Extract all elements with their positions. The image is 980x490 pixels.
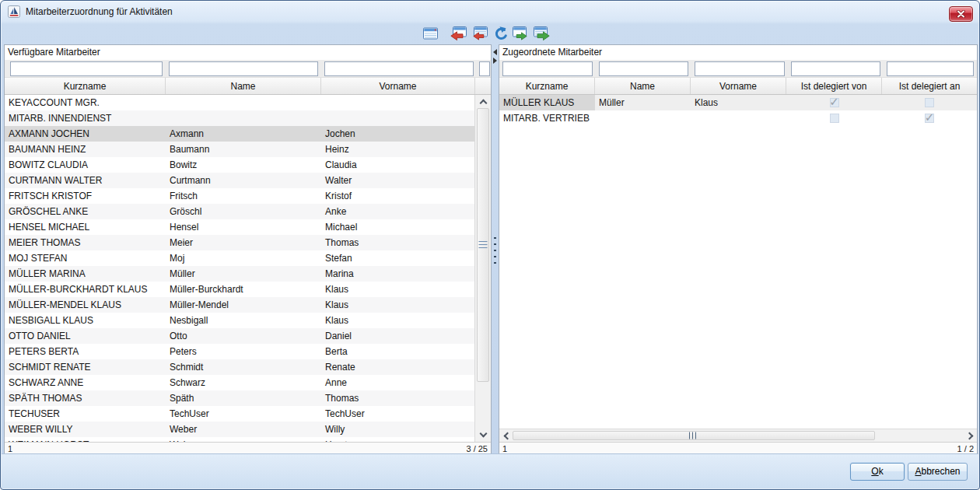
available-row[interactable]: WEBER WILLYWeberWilly <box>5 422 475 437</box>
filter-vorname-input[interactable] <box>695 61 785 76</box>
remove-all-assignments-button[interactable] <box>471 25 489 42</box>
cell-kurzname: MÜLLER-BURCKHARDT KLAUS <box>5 282 166 297</box>
available-row[interactable]: NESBIGALL KLAUSNesbigallKlaus <box>5 313 475 328</box>
available-row[interactable]: TECHUSERTechUserTechUser <box>5 406 475 422</box>
scrollbar-grip-icon <box>689 432 698 439</box>
column-header-vorname[interactable]: Vorname <box>321 78 475 94</box>
close-button[interactable] <box>949 6 973 22</box>
filter-vorname-input[interactable] <box>324 61 474 76</box>
checkbox[interactable] <box>925 98 934 107</box>
scroll-right-button[interactable] <box>964 429 977 442</box>
available-row[interactable]: MÜLLER MARINAMüllerMarina <box>5 266 475 282</box>
filter-scroll-corner-box[interactable] <box>479 61 490 76</box>
available-row[interactable]: GRÖSCHEL ANKEGröschlAnke <box>5 204 475 219</box>
checkbox[interactable] <box>830 114 839 123</box>
available-row[interactable]: MITARB. INNENDIENST <box>5 110 475 126</box>
scroll-up-button[interactable] <box>475 95 491 108</box>
titlebar[interactable]: Mitarbeiterzuordnung für Aktivitäten <box>1 1 979 23</box>
column-header-kurzname[interactable]: Kurzname <box>5 78 166 94</box>
cell-vorname: Claudia <box>321 157 475 173</box>
column-header-filler <box>475 78 491 94</box>
horizontal-scrollbar-thumb[interactable] <box>513 431 875 440</box>
available-row[interactable]: HENSEL MICHAELHenselMichael <box>5 219 475 235</box>
cell-kurzname: PETERS BERTA <box>5 344 166 359</box>
filter-delegiert-von-input[interactable] <box>791 61 880 76</box>
cell-vorname: Thomas <box>321 235 475 250</box>
column-header-delegiert-an[interactable]: Ist delegiert an <box>882 78 977 94</box>
cell-name: Bowitz <box>166 157 321 173</box>
cell-kurzname: MÜLLER-MENDEL KLAUS <box>5 297 166 313</box>
close-icon <box>957 10 965 18</box>
cell-vorname: Anne <box>321 375 475 390</box>
filter-delegiert-an-input[interactable] <box>887 61 974 76</box>
filter-name-input[interactable] <box>599 61 688 76</box>
column-header-vorname[interactable]: Vorname <box>691 78 786 94</box>
cell-name: Müller-Burckhardt <box>166 282 321 297</box>
horizontal-scrollbar <box>499 429 977 442</box>
available-row[interactable]: WEIMANN HORSTWeimannHorst <box>5 437 475 442</box>
splitter-grip-icon <box>494 237 496 267</box>
available-header-row: Kurzname Name Vorname <box>5 78 491 95</box>
available-row[interactable]: SPÄTH THOMASSpäthThomas <box>5 390 475 406</box>
available-row[interactable]: PETERS BERTAPetersBerta <box>5 344 475 359</box>
column-header-name[interactable]: Name <box>595 78 691 94</box>
column-header-delegiert-von[interactable]: Ist delegiert von <box>786 78 882 94</box>
cancel-button[interactable]: Abbrechen <box>908 463 968 481</box>
available-row[interactable]: AXMANN JOCHENAxmannJochen <box>5 126 475 142</box>
assigned-row[interactable]: MITARB. VERTRIEB✓ <box>499 110 977 126</box>
cell-ist-delegiert-von <box>786 110 882 126</box>
cell-vorname: Thomas <box>321 390 475 406</box>
assign-all-button[interactable] <box>532 25 551 42</box>
cell-name: Müller-Mendel <box>166 297 321 313</box>
undo-button[interactable] <box>491 25 509 42</box>
available-row[interactable]: FRITSCH KRISTOFFritschKristof <box>5 188 475 204</box>
cell-ist-delegiert-an <box>882 95 977 110</box>
available-row[interactable]: BAUMANN HEINZBaumannHeinz <box>5 142 475 157</box>
remove-assignment-button[interactable] <box>450 25 468 42</box>
collapse-right-icon[interactable] <box>493 58 497 64</box>
cell-vorname <box>691 110 786 126</box>
cell-name: Otto <box>166 328 321 344</box>
vertical-scrollbar-thumb[interactable] <box>477 108 489 382</box>
available-row[interactable]: BOWITZ CLAUDIABowitzClaudia <box>5 157 475 173</box>
cell-name: Müller <box>595 95 691 110</box>
column-header-name[interactable]: Name <box>166 78 321 94</box>
cell-name <box>166 110 321 126</box>
scroll-down-button[interactable] <box>475 429 491 442</box>
cell-name: Baumann <box>166 142 321 157</box>
assigned-row[interactable]: MÜLLER KLAUSMüllerKlaus✓ <box>499 95 977 110</box>
available-row[interactable]: MÜLLER-BURCKHARDT KLAUSMüller-Burckhardt… <box>5 282 475 297</box>
table-settings-button[interactable] <box>421 25 439 42</box>
assign-all-icon <box>533 26 550 41</box>
cell-vorname: Walter <box>321 173 475 188</box>
cell-name: Schmidt <box>166 359 321 375</box>
available-row[interactable]: MOJ STEFANMojStefan <box>5 250 475 266</box>
cell-vorname: Klaus <box>321 282 475 297</box>
ok-button[interactable]: Ok <box>850 463 905 481</box>
cell-name: Curtmann <box>166 173 321 188</box>
cell-name: Fritsch <box>166 188 321 204</box>
available-row[interactable]: OTTO DANIELOttoDaniel <box>5 328 475 344</box>
cell-kurzname: MÜLLER KLAUS <box>499 95 595 110</box>
cell-kurzname: MEIER THOMAS <box>5 235 166 250</box>
cell-name: Müller <box>166 266 321 282</box>
available-row[interactable]: KEYACCOUNT MGR. <box>5 95 475 110</box>
collapse-left-icon[interactable] <box>493 49 497 55</box>
available-row[interactable]: SCHWARZ ANNESchwarzAnne <box>5 375 475 390</box>
available-row[interactable]: SCHMIDT RENATESchmidtRenate <box>5 359 475 375</box>
filter-kurzname-input[interactable] <box>10 61 163 76</box>
assign-button[interactable] <box>511 25 530 42</box>
cell-ist-delegiert-von: ✓ <box>786 95 882 110</box>
available-row[interactable]: CURTMANN WALTERCurtmannWalter <box>5 173 475 188</box>
column-header-kurzname[interactable]: Kurzname <box>499 78 595 94</box>
available-row[interactable]: MEIER THOMASMeierThomas <box>5 235 475 250</box>
scroll-left-button[interactable] <box>499 429 513 442</box>
filter-kurzname-input[interactable] <box>502 61 593 76</box>
filter-name-input[interactable] <box>169 61 318 76</box>
cell-vorname: Klaus <box>321 297 475 313</box>
cell-kurzname: MITARB. VERTRIEB <box>499 110 595 126</box>
vertical-scrollbar <box>474 95 491 442</box>
panel-splitter[interactable] <box>492 44 499 455</box>
available-row[interactable]: MÜLLER-MENDEL KLAUSMüller-MendelKlaus <box>5 297 475 313</box>
app-logo-icon <box>8 5 20 18</box>
